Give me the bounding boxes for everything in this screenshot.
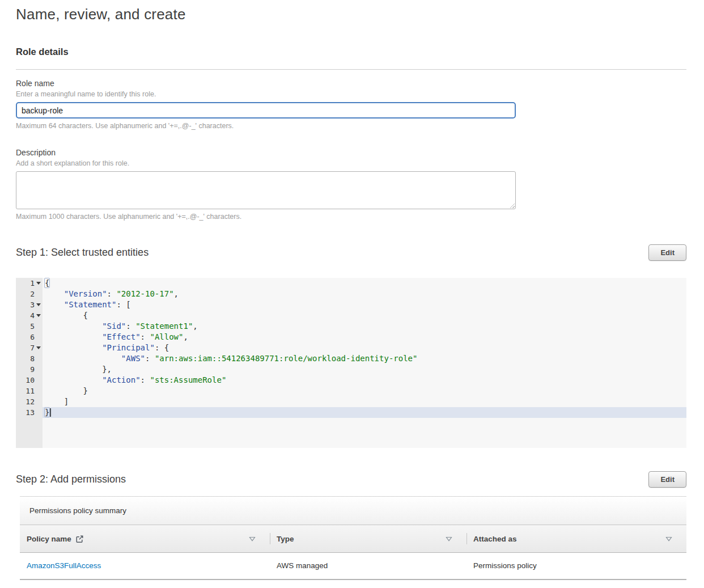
gutter-line-number: 4 <box>16 310 43 321</box>
permissions-summary-title: Permissions policy summary <box>20 497 686 524</box>
step2-heading: Step 2: Add permissions <box>16 473 126 485</box>
column-header-policy-name[interactable]: Policy name <box>20 525 270 553</box>
description-hint: Maximum 1000 characters. Use alphanumeri… <box>16 213 686 221</box>
code-line: "Statement": [ <box>45 299 686 310</box>
gutter-line-number: 11 <box>16 386 43 396</box>
policy-type-cell: AWS managed <box>270 553 466 579</box>
step2-edit-button[interactable]: Edit <box>648 471 686 488</box>
code-line: "Effect": "Allow", <box>45 332 686 342</box>
page: Name, review, and create Role details Ro… <box>0 6 704 588</box>
editor-code[interactable]: { "Version": "2012-10-17", "Statement": … <box>43 278 686 448</box>
divider <box>16 69 686 70</box>
text-cursor <box>50 408 51 417</box>
step1-edit-button[interactable]: Edit <box>648 244 686 261</box>
gutter-line-number: 12 <box>16 396 43 407</box>
step1-heading: Step 1: Select trusted entities <box>16 247 149 259</box>
role-name-input[interactable] <box>16 102 516 119</box>
description-help: Add a short explanation for this role. <box>16 159 686 167</box>
code-line: "Version": "2012-10-17", <box>45 289 686 299</box>
sort-icon[interactable] <box>665 536 672 542</box>
code-line: } <box>45 386 686 396</box>
policy-table-body: AmazonS3FullAccessAWS managedPermissions… <box>20 553 686 579</box>
column-header-attached-as[interactable]: Attached as <box>466 525 686 553</box>
page-title: Name, review, and create <box>16 6 686 23</box>
gutter-line-number: 5 <box>16 321 43 332</box>
step1-header-row: Step 1: Select trusted entities Edit <box>16 244 686 261</box>
table-row: AmazonS3FullAccessAWS managedPermissions… <box>20 553 686 579</box>
code-fold-icon[interactable] <box>36 314 41 317</box>
policy-table: Policy name <box>20 524 686 580</box>
code-fold-icon[interactable] <box>36 303 41 306</box>
gutter-line-number: 2 <box>16 289 43 299</box>
policy-name-link[interactable]: AmazonS3FullAccess <box>27 561 101 570</box>
code-fold-icon[interactable] <box>36 282 41 285</box>
editor-gutter: 12345678910111213 <box>16 278 43 448</box>
code-line: ] <box>45 396 686 407</box>
code-line: { <box>45 278 686 289</box>
description-label: Description <box>16 148 686 158</box>
description-field-group: Description Add a short explanation for … <box>16 148 686 221</box>
role-name-hint: Maximum 64 characters. Use alphanumeric … <box>16 122 686 130</box>
code-line: "Action": "sts:AssumeRole" <box>45 375 686 386</box>
gutter-line-number: 10 <box>16 375 43 386</box>
code-line: "AWS": "arn:aws:iam::541263489771:role/w… <box>45 353 686 364</box>
gutter-line-number: 7 <box>16 342 43 353</box>
code-line: { <box>45 310 686 321</box>
policy-attached-as-cell: Permissions policy <box>466 553 686 579</box>
trust-policy-editor[interactable]: 12345678910111213 { "Version": "2012-10-… <box>16 278 686 448</box>
sort-icon[interactable] <box>446 536 452 542</box>
gutter-line-number: 6 <box>16 332 43 342</box>
code-line: }, <box>45 364 686 375</box>
code-line: "Sid": "Statement1", <box>45 321 686 332</box>
code-line: "Principal": { <box>45 342 686 353</box>
column-header-type[interactable]: Type <box>270 525 466 553</box>
role-name-field-group: Role name Enter a meaningful name to ide… <box>16 79 686 130</box>
gutter-line-number: 8 <box>16 353 43 364</box>
external-link-icon <box>75 535 84 543</box>
role-details-heading: Role details <box>16 46 686 57</box>
step2-header-row: Step 2: Add permissions Edit <box>16 471 686 488</box>
gutter-line-number: 13 <box>16 407 43 418</box>
code-fold-icon[interactable] <box>36 346 41 349</box>
gutter-line-number: 1 <box>16 278 43 289</box>
code-line: } <box>43 407 686 418</box>
permissions-summary-panel: Permissions policy summary Policy name <box>20 496 686 580</box>
sort-icon[interactable] <box>249 536 256 542</box>
description-textarea[interactable] <box>16 171 516 209</box>
gutter-line-number: 3 <box>16 299 43 310</box>
role-name-help: Enter a meaningful name to identify this… <box>16 90 686 98</box>
role-name-label: Role name <box>16 79 686 88</box>
gutter-line-number: 9 <box>16 364 43 375</box>
